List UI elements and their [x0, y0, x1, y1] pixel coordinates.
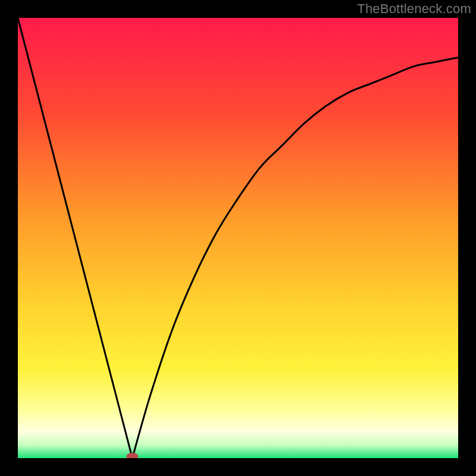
chart-plot-area: [18, 18, 458, 458]
chart-svg: [18, 18, 458, 458]
chart-frame: TheBottleneck.com: [0, 0, 476, 476]
gradient-background: [18, 18, 458, 458]
watermark-text: TheBottleneck.com: [357, 1, 471, 17]
